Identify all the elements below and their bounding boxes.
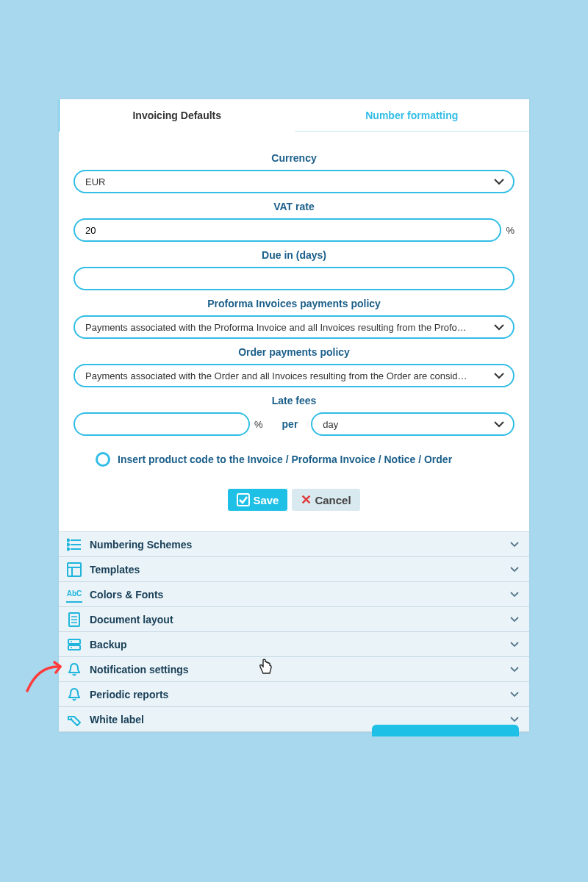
bottom-action-bar[interactable] [372, 725, 519, 736]
vat-input-wrap [74, 218, 501, 242]
acc-templates[interactable]: Templates [59, 557, 529, 582]
save-label: Save [253, 494, 279, 506]
save-button[interactable]: Save [228, 489, 287, 511]
acc-label: White label [90, 714, 503, 725]
acc-label: Numbering Schemes [90, 539, 503, 551]
acc-notification-settings[interactable]: Notification settings [59, 657, 529, 682]
svg-rect-15 [68, 645, 80, 650]
acc-label: Backup [90, 639, 503, 650]
latefees-suffix: % [254, 419, 263, 430]
chevron-down-icon [510, 542, 519, 548]
vat-input[interactable] [85, 225, 490, 236]
check-icon [237, 493, 250, 506]
svg-point-16 [71, 641, 72, 642]
chevron-down-icon [510, 717, 519, 723]
accordion: Numbering Schemes Templates AbC Colors &… [59, 531, 529, 732]
order-select[interactable]: Payments associated with the Order and a… [74, 364, 514, 387]
svg-point-4 [67, 539, 69, 541]
svg-rect-0 [237, 494, 249, 506]
order-value: Payments associated with the Order and a… [85, 370, 503, 381]
template-icon [66, 562, 82, 578]
action-buttons: Save ✕ Cancel [74, 489, 514, 511]
proforma-label: Proforma Invoices payments policy [74, 298, 514, 309]
acc-label: Notification settings [90, 664, 503, 675]
due-label: Due in (days) [74, 249, 514, 261]
acc-label: Document layout [90, 614, 503, 625]
acc-periodic-reports[interactable]: Periodic reports [59, 682, 529, 707]
settings-panel: Invoicing Defaults Number formatting Cur… [59, 99, 529, 732]
radio-icon [96, 452, 110, 467]
chevron-down-icon [494, 420, 504, 428]
abc-icon: AbC [66, 587, 82, 603]
chevron-down-icon [510, 567, 519, 573]
chevron-down-icon [510, 692, 519, 698]
acc-label: Periodic reports [90, 689, 503, 700]
list-icon [66, 537, 82, 553]
svg-point-17 [71, 647, 72, 648]
cancel-button[interactable]: ✕ Cancel [292, 489, 359, 511]
chevron-down-icon [510, 592, 519, 598]
tag-icon [66, 711, 82, 728]
latefees-per-label: per [282, 418, 298, 430]
bell-icon [66, 686, 82, 703]
insert-code-label: Insert product code to the Invoice / Pro… [118, 453, 452, 465]
currency-value: EUR [85, 176, 503, 187]
latefees-per-select[interactable]: day [311, 412, 514, 436]
acc-label: Colors & Fonts [90, 589, 503, 600]
proforma-select[interactable]: Payments associated with the Proforma In… [74, 315, 514, 339]
svg-point-18 [71, 717, 72, 719]
vat-suffix: % [506, 225, 514, 236]
chevron-down-icon [510, 617, 519, 623]
due-input[interactable] [85, 273, 503, 284]
tab-number-formatting[interactable]: Number formatting [295, 99, 530, 132]
tabs: Invoicing Defaults Number formatting [59, 99, 529, 132]
chevron-down-icon [494, 178, 504, 185]
latefees-input[interactable] [85, 419, 238, 430]
insert-code-option[interactable]: Insert product code to the Invoice / Pro… [96, 452, 514, 467]
order-label: Order payments policy [74, 346, 514, 358]
bell-icon [66, 662, 82, 678]
latefees-label: Late fees [74, 395, 514, 406]
chevron-down-icon [494, 372, 504, 379]
layout-icon [66, 612, 82, 628]
proforma-value: Payments associated with the Proforma In… [85, 322, 503, 333]
close-icon: ✕ [301, 493, 312, 506]
svg-point-5 [67, 543, 69, 545]
currency-select[interactable]: EUR [74, 170, 514, 193]
due-input-wrap [74, 267, 514, 290]
acc-colors-fonts[interactable]: AbC Colors & Fonts [59, 582, 529, 607]
backup-icon [66, 637, 82, 653]
svg-rect-7 [68, 563, 81, 576]
svg-point-6 [67, 548, 69, 550]
acc-numbering-schemes[interactable]: Numbering Schemes [59, 532, 529, 557]
chevron-down-icon [494, 323, 504, 331]
vat-label: VAT rate [74, 201, 514, 212]
chevron-down-icon [510, 642, 519, 648]
currency-label: Currency [74, 152, 514, 164]
acc-label: Templates [90, 564, 503, 576]
acc-document-layout[interactable]: Document layout [59, 607, 529, 632]
latefees-input-wrap [74, 412, 250, 436]
form-area: Currency EUR VAT rate % Due in (days) Pr… [59, 132, 529, 531]
cancel-label: Cancel [315, 494, 351, 506]
chevron-down-icon [510, 667, 519, 673]
acc-backup[interactable]: Backup [59, 632, 529, 657]
latefees-per-value: day [323, 419, 503, 430]
tab-invoicing-defaults[interactable]: Invoicing Defaults [59, 99, 295, 132]
svg-rect-14 [68, 639, 80, 644]
